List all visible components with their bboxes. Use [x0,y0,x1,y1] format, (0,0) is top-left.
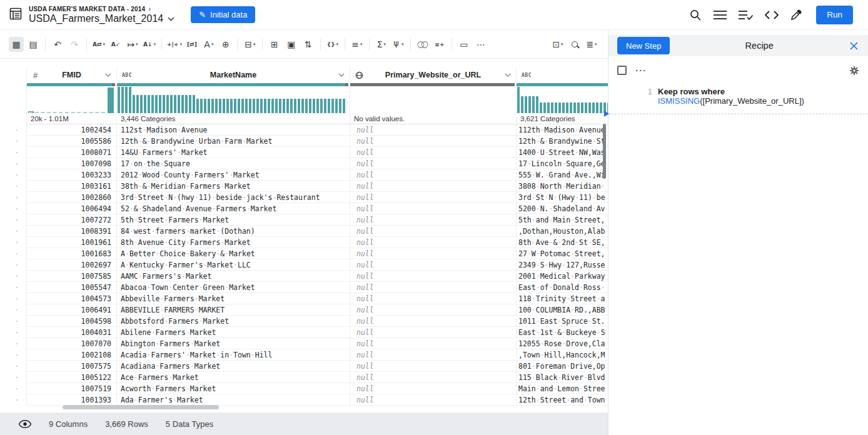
cell-street-address[interactable]: 5200·N.·Shadeland·Av [517,203,608,214]
steps-list-button[interactable] [714,10,727,20]
chevron-down-icon[interactable] [338,73,345,77]
column-histogram[interactable] [27,87,116,113]
cell-fmid[interactable]: 1001683 [27,248,117,259]
row-handle[interactable] [0,192,27,203]
steps-check-button[interactable] [739,10,753,20]
append-rows-button[interactable]: ≡+ [432,37,447,52]
row-handle[interactable] [0,158,27,169]
gear-icon[interactable] [849,66,859,76]
cell-market-name[interactable]: ABBEVILLE·FARMERS·MARKET [117,304,350,316]
cell-street-address[interactable]: 17·Lincoln·Square,Ge [517,158,608,169]
column-title-row[interactable]: #FMID [27,68,116,82]
cell-street-address[interactable]: 801·Foreman·Drive,Op [517,361,608,372]
breadcrumb-label[interactable]: USDA FAMER'S MARKET DATA - 2014 [29,6,145,12]
column-title-row[interactable]: Primary_Website_or_URL [350,68,516,82]
cell-market-name[interactable]: 17·on·the·Square [117,158,350,169]
cell-fmid[interactable]: 1007272 [27,214,117,226]
column-header-MarketName[interactable]: ABCMarketName3,446 Categories [117,68,350,124]
cell-street-address[interactable]: 27·W·Potomac·Street, [517,248,608,259]
row-handle[interactable] [0,169,27,181]
sort-column-button[interactable]: A↓▾ [142,37,157,52]
cell-primary-website[interactable]: null [350,214,517,226]
undo-button[interactable]: ↶ [50,37,65,52]
cell-primary-website[interactable]: null [350,259,517,271]
cell-primary-website[interactable]: null [350,181,517,192]
cell-market-name[interactable]: Ada·Farmer's·Market [117,394,350,406]
cell-street-address[interactable]: ,Dothan,Houston,Alab [517,226,608,237]
cell-primary-website[interactable]: null [350,316,517,327]
row-handle[interactable] [0,259,27,271]
row-handle[interactable] [0,361,27,372]
cell-fmid[interactable]: 1007070 [27,338,117,349]
format-values-button[interactable]: A▾ [201,37,216,52]
column-header-Primary_Website_or_URL[interactable]: Primary_Website_or_URLNo valid values. [350,68,517,124]
cell-market-name[interactable]: Acworth·Farmers·Market [117,383,350,394]
row-handle[interactable] [0,282,27,293]
unpivot-columns-button[interactable]: ▣ [284,37,299,52]
transpose-table-button[interactable]: ⇅ [301,37,316,52]
cell-street-address[interactable]: East·of·Donald·Ross· [517,282,608,293]
column-histogram[interactable] [117,87,350,113]
step-menu-icon[interactable]: ··· [635,65,647,76]
row-handle[interactable] [0,124,27,136]
cell-market-name[interactable]: 12th·&·Brandywine·Urban·Farm·Market [117,136,350,147]
cell-primary-website[interactable]: null [350,226,517,237]
cell-primary-website[interactable]: null [350,203,517,214]
cell-street-address[interactable]: 118·Trinity·Street·a [517,293,608,304]
row-handle[interactable] [0,226,27,237]
cell-primary-website[interactable]: null [350,394,517,406]
row-handle[interactable] [0,394,27,406]
row-handle[interactable] [0,349,27,361]
cell-market-name[interactable]: AAMC·Farmers's·Market [117,271,350,282]
cell-market-name[interactable]: Abacoa·Town·Center·Green·Market [117,282,350,293]
cell-fmid[interactable]: 1001961 [27,237,117,248]
cell-fmid[interactable]: 1007585 [27,271,117,282]
cell-fmid[interactable]: 1007575 [27,361,117,372]
cell-primary-website[interactable]: null [350,192,517,203]
cell-market-name[interactable]: 2012·Wood·County·Farmers'·Market [117,169,350,181]
cell-fmid[interactable]: 1002108 [27,349,117,361]
column-title-row[interactable]: ABCMarketName [117,68,350,82]
cell-primary-website[interactable]: null [350,124,517,136]
aggregate-button[interactable]: Σ▾ [374,37,389,52]
column-header-address[interactable]: ABC3,621 Categories [517,68,608,124]
column-histogram[interactable] [350,87,516,113]
cell-street-address[interactable]: 5th·and·Main·Street, [517,214,608,226]
split-column-button[interactable]: +|+▾ [166,37,183,52]
cell-street-address[interactable]: 12055·Rose·Drove,Cla [517,338,608,349]
cell-primary-website[interactable]: null [350,147,517,158]
cell-primary-website[interactable]: null [350,293,517,304]
chevron-down-icon[interactable] [505,73,511,77]
cell-fmid[interactable]: 1001393 [27,394,117,406]
cell-street-address[interactable]: 12th·Street·and·Town [517,394,608,406]
row-handle[interactable] [0,304,27,316]
extract-values-button[interactable]: [⇄] [184,37,199,52]
code-view-button[interactable] [765,11,779,19]
cell-market-name[interactable]: 112st·Madison·Avenue [117,124,350,136]
cell-primary-website[interactable]: null [350,248,517,259]
visibility-toggle[interactable] [19,420,31,428]
union-data-button[interactable]: ◯◯ [415,37,430,52]
cell-fmid[interactable]: 1007098 [27,158,117,169]
comment-button[interactable]: ▭ [457,37,472,52]
vertical-scrollbar[interactable] [603,124,606,179]
data-quality-bar[interactable] [350,83,515,86]
row-handle[interactable] [0,372,27,383]
cell-market-name[interactable]: Abbeville·Farmers·Market [117,293,350,304]
step-checkbox[interactable] [617,66,627,75]
column-histogram[interactable] [517,87,608,113]
cell-market-name[interactable]: A·Better·Choice·Bakery·&·Market [117,248,350,259]
cell-primary-website[interactable]: null [350,282,517,293]
row-view-button[interactable]: ▤ [26,37,41,52]
filter-rows-button[interactable]: ≡▾ [350,37,365,52]
cell-street-address[interactable]: 100·COLUMBIA·RD.,ABB [517,304,608,316]
cell-street-address[interactable]: 555·W.·Grand·Ave.,Wi [517,169,608,181]
data-quality-bar[interactable] [117,83,348,86]
cell-market-name[interactable]: 3rd·Street·N·(hwy·11)·beside·jack's·Rest… [117,192,350,203]
cell-market-name[interactable]: Acadiana·Farmers·Market [117,361,350,372]
row-handle[interactable] [0,181,27,192]
search-button[interactable] [689,9,702,21]
cell-fmid[interactable]: 1002697 [27,259,117,271]
row-handle[interactable] [0,237,27,248]
find-column-button[interactable] [567,37,582,52]
